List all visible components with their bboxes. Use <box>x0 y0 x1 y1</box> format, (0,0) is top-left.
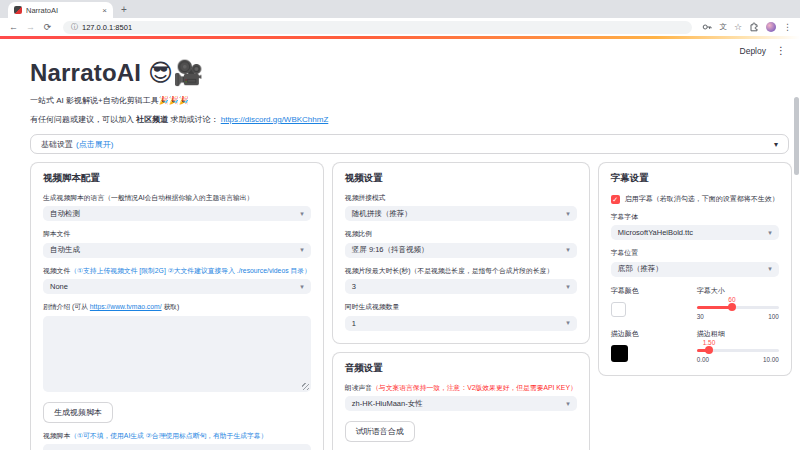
chevron-down-icon: ▾ <box>300 210 304 218</box>
video-file-value: None <box>50 282 68 291</box>
stroke-width-max: 10.00 <box>763 356 779 363</box>
voice-value: zh-HK-HiuMaan-女性 <box>352 399 423 409</box>
ratio-value: 竖屏 9:16（抖音视频） <box>352 245 429 255</box>
audio-settings-title: 音频设置 <box>345 362 577 375</box>
enable-subtitle-label: 启用字幕（若取消勾选，下面的设置都将不生效） <box>625 194 779 204</box>
url-text: 127.0.0.1:8501 <box>82 23 132 32</box>
slider-thumb[interactable] <box>705 346 713 354</box>
chevron-down-icon: ▾ <box>768 265 772 273</box>
audio-settings-card: 音频设置 朗读声音（与文案语言保持一致，注意：V2版效果更好，但是需要API K… <box>332 352 590 450</box>
script-config-title: 视频脚本配置 <box>43 172 311 185</box>
slider-thumb[interactable] <box>728 303 736 311</box>
subtitle-font-label: 字幕字体 <box>611 213 779 221</box>
subtitle-size-slider[interactable]: 60 30 100 <box>697 296 779 320</box>
translate-icon[interactable]: 文 <box>719 22 727 32</box>
subtitle-color-label: 字幕颜色 <box>611 286 683 296</box>
plot-label-text: 剧情介绍 <box>43 303 70 310</box>
tab-close-icon[interactable]: × <box>102 6 107 15</box>
browser-tab[interactable]: NarratoAI × <box>8 2 113 18</box>
discord-link[interactable]: https://discord.gg/WBKChhmZ <box>221 115 329 124</box>
ratio-select[interactable]: 竖屏 9:16（抖音视频） ▾ <box>345 243 577 258</box>
page-title: NarratoAI 😎🎥 <box>30 59 789 87</box>
help-middle: 求助或讨论： <box>170 115 218 124</box>
concat-mode-select[interactable]: 随机拼接（推荐） ▾ <box>345 206 577 221</box>
basic-settings-expander[interactable]: 基础设置 (点击展开) ▾ <box>30 134 789 154</box>
password-key-icon[interactable] <box>702 22 712 32</box>
address-bar[interactable]: ⓘ 127.0.0.1:8501 <box>63 21 692 34</box>
chevron-down-icon: ▾ <box>566 210 570 218</box>
stroke-color-swatch[interactable] <box>611 345 628 362</box>
video-script-textarea[interactable] <box>43 444 311 450</box>
tvmao-link[interactable]: https://www.tvmao.com/ <box>90 303 162 310</box>
subtitle-size-value: 60 <box>728 296 735 303</box>
browser-toolbar: ← → ⟳ ⓘ 127.0.0.1:8501 文 ☆ ⋮ <box>0 18 800 36</box>
script-config-card: 视频脚本配置 生成视频脚本的语言（一般情况AI会自动根据你输入的主题语言输出） … <box>30 162 324 450</box>
subtitle-font-select[interactable]: MicrosoftYaHeiBold.ttc ▾ <box>611 225 779 240</box>
voice-hint: （与文案语言保持一致，注意：V2版效果更好，但是需要API KEY） <box>372 384 577 391</box>
language-label: 生成视频脚本的语言（一般情况AI会自动根据你输入的主题语言输出） <box>43 194 311 202</box>
reload-icon[interactable]: ⟳ <box>42 22 53 32</box>
page-subtitle: 一站式 AI 影视解说+自动化剪辑工具🎉🎉🎉 <box>30 95 789 106</box>
forward-icon[interactable]: → <box>25 22 36 32</box>
video-script-hint: （①可不填，使用AI生成 ②合理使用标点断句，有助于生成字幕） <box>70 432 267 439</box>
help-prefix: 有任何问题或建议，可以加入 <box>30 115 134 124</box>
subtitle-size-max: 100 <box>768 313 779 320</box>
subtitle-font-value: MicrosoftYaHeiBold.ttc <box>618 228 693 237</box>
browser-tab-strip: NarratoAI × + <box>0 0 800 18</box>
voice-select[interactable]: zh-HK-HiuMaan-女性 ▾ <box>345 396 577 411</box>
subtitle-color-swatch[interactable] <box>611 302 626 317</box>
app-menu-icon[interactable]: ⋮ <box>776 45 786 56</box>
subtitle-position-select[interactable]: 底部（推荐） ▾ <box>611 262 779 277</box>
deploy-button[interactable]: Deploy <box>740 46 766 56</box>
browser-menu-icon[interactable]: ⋮ <box>783 22 792 32</box>
concat-mode-label: 视频拼接模式 <box>345 194 577 202</box>
help-channel: 社区频道 <box>136 115 168 124</box>
concat-mode-value: 随机拼接（推荐） <box>352 209 412 219</box>
video-script-label-text: 视频脚本 <box>43 432 70 439</box>
tab-title: NarratoAI <box>26 6 98 15</box>
stroke-width-label: 描边粗细 <box>697 329 779 339</box>
clip-duration-value: 3 <box>352 282 356 291</box>
chevron-down-icon: ▾ <box>768 229 772 237</box>
chevron-down-icon: ▾ <box>566 283 570 291</box>
script-file-value: 自动生成 <box>50 245 80 255</box>
plot-textarea[interactable] <box>43 316 311 392</box>
plot-hint-post: 获取) <box>163 303 179 310</box>
language-value: 自动检测 <box>50 209 80 219</box>
subtitle-settings-title: 字幕设置 <box>611 172 779 185</box>
site-info-icon[interactable]: ⓘ <box>71 22 78 32</box>
subtitle-position-value: 底部（推荐） <box>618 264 663 274</box>
chevron-down-icon: ▾ <box>566 319 570 327</box>
script-file-select[interactable]: 自动生成 ▾ <box>43 243 311 258</box>
clip-duration-select[interactable]: 3 ▾ <box>345 279 577 294</box>
chevron-down-icon: ▾ <box>300 246 304 254</box>
video-script-label: 视频脚本（①可不填，使用AI生成 ②合理使用标点断句，有助于生成字幕） <box>43 432 311 440</box>
voice-preview-button[interactable]: 试听语音合成 <box>345 421 415 442</box>
profile-avatar[interactable] <box>766 22 776 32</box>
chevron-down-icon[interactable]: ▾ <box>774 140 778 149</box>
script-file-label: 脚本文件 <box>43 230 311 238</box>
voice-label-text: 朗读声音 <box>345 384 372 391</box>
video-file-select[interactable]: None ▾ <box>43 279 311 294</box>
expander-hint: (点击展开) <box>76 139 113 150</box>
voice-label: 朗读声音（与文案语言保持一致，注意：V2版效果更好，但是需要API KEY） <box>345 384 577 392</box>
video-count-value: 1 <box>352 319 356 328</box>
video-count-select[interactable]: 1 ▾ <box>345 316 577 331</box>
resize-grip-icon[interactable] <box>302 383 309 390</box>
subtitle-settings-card: 字幕设置 ✓ 启用字幕（若取消勾选，下面的设置都将不生效） 字幕字体 Micro… <box>598 162 792 376</box>
plot-hint-pre: (可从 <box>72 303 88 310</box>
enable-subtitle-checkbox[interactable]: ✓ <box>611 195 620 204</box>
extensions-puzzle-icon[interactable] <box>749 22 759 32</box>
back-icon[interactable]: ← <box>8 22 19 32</box>
language-select[interactable]: 自动检测 ▾ <box>43 206 311 221</box>
video-settings-title: 视频设置 <box>345 172 577 185</box>
new-tab-button[interactable]: + <box>121 2 127 18</box>
stroke-width-slider[interactable]: 1.50 0.00 10.00 <box>697 339 779 363</box>
stroke-color-label: 描边颜色 <box>611 329 683 339</box>
generate-script-button[interactable]: 生成视频脚本 <box>43 402 113 423</box>
bookmark-star-icon[interactable]: ☆ <box>734 22 742 32</box>
page-scrollbar[interactable] <box>794 97 799 175</box>
plot-label: 剧情介绍 (可从 https://www.tvmao.com/ 获取) <box>43 303 311 311</box>
video-file-hint: （①支持上传视频文件 [限制2G] ②大文件建议直接导入 ./resource/… <box>70 267 311 274</box>
chevron-down-icon: ▾ <box>300 283 304 291</box>
